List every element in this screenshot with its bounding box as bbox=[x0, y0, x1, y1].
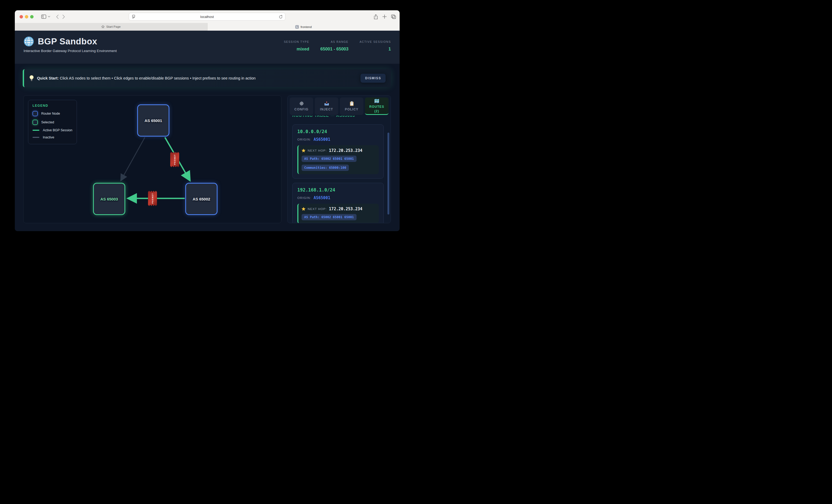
sidebar-icon bbox=[41, 15, 46, 19]
tab-inject[interactable]: INJECT bbox=[315, 98, 338, 115]
communities-chip: Communities: 65000:100 bbox=[302, 164, 349, 171]
tab-frontend[interactable]: L frontend bbox=[207, 23, 400, 31]
url-text: localhost bbox=[135, 15, 279, 19]
tab-routes[interactable]: ROUTES (2) bbox=[365, 98, 389, 115]
route-card: 10.0.0.0/24 ORIGIN: AS65001 NEXT HOP: 17… bbox=[292, 125, 384, 179]
share-button[interactable] bbox=[374, 14, 378, 19]
back-icon bbox=[56, 15, 59, 19]
next-hop-label: NEXT HOP: bbox=[308, 207, 327, 211]
route-prefix: 10.0.0.0/24 bbox=[297, 129, 379, 134]
topology-canvas: LEGEND Router Node Selected Active BGP S… bbox=[23, 95, 282, 223]
new-tab-button[interactable] bbox=[383, 15, 387, 19]
tab-policy[interactable]: POLICY bbox=[340, 98, 363, 115]
inactive-session-swatch bbox=[32, 137, 40, 138]
packet-animation: PACKET bbox=[170, 152, 179, 167]
quick-start-text: Quick Start: Click AS nodes to select th… bbox=[37, 76, 256, 80]
quick-start-banner: Quick Start: Click AS nodes to select th… bbox=[23, 69, 391, 87]
best-path-star-icon bbox=[302, 207, 306, 211]
node-as65001[interactable]: AS 65001 bbox=[137, 104, 170, 137]
inject-icon bbox=[324, 101, 329, 106]
reload-button[interactable] bbox=[279, 15, 283, 19]
as-path-chip: AS Path: 65002 65001 65001 bbox=[302, 214, 357, 220]
node-as65003[interactable]: AS 65003 bbox=[93, 183, 125, 215]
origin-label: ORIGIN: bbox=[297, 138, 311, 141]
packet-animation: PACKET bbox=[148, 191, 157, 206]
clipboard-icon bbox=[350, 101, 354, 106]
legend-item-selected: Selected bbox=[32, 120, 72, 125]
as-path-chip: AS Path: 65002 65001 65001 bbox=[302, 156, 357, 162]
lightbulb-icon bbox=[29, 75, 34, 81]
reader-button[interactable] bbox=[132, 15, 135, 19]
tab-start-page[interactable]: Start Page bbox=[15, 23, 207, 31]
stat-active-sessions: ACTIVE SESSIONS 1 bbox=[359, 40, 391, 52]
dismiss-button[interactable]: DISMISS bbox=[361, 74, 386, 83]
legend-title: LEGEND bbox=[32, 104, 72, 107]
legend-item-active-session: Active BGP Session bbox=[32, 128, 72, 132]
next-hop-value: 172.20.253.234 bbox=[329, 207, 362, 211]
address-bar[interactable]: localhost bbox=[129, 13, 285, 21]
tab-overview-icon bbox=[391, 15, 396, 19]
app-header: BGP Sandbox Interactive Border Gateway P… bbox=[15, 31, 399, 64]
star-outline-icon bbox=[101, 25, 105, 29]
best-path-entry: NEXT HOP: 172.20.253.234 AS Path: 65002 … bbox=[297, 145, 379, 174]
route-card: 192.168.1.0/24 ORIGIN: AS65001 NEXT HOP:… bbox=[292, 183, 384, 223]
stat-session-type: SESSION TYPE mixed bbox=[284, 40, 309, 52]
browser-tabbar: Start Page L frontend bbox=[15, 23, 399, 31]
next-hop-label: NEXT HOP: bbox=[308, 149, 327, 152]
new-tab-icon bbox=[383, 15, 387, 19]
route-prefix: 192.168.1.0/24 bbox=[297, 187, 379, 192]
globe-icon bbox=[23, 36, 34, 47]
routes-scrollbar[interactable] bbox=[387, 133, 389, 214]
share-icon bbox=[374, 14, 378, 19]
forward-button[interactable] bbox=[62, 15, 65, 19]
node-as65002[interactable]: AS 65002 bbox=[185, 183, 217, 215]
best-path-star-icon bbox=[302, 149, 306, 152]
page-title: BGP Sandbox bbox=[38, 36, 97, 47]
stat-as-range: AS RANGE 65001 - 65003 bbox=[320, 40, 348, 52]
forward-icon bbox=[62, 15, 65, 19]
sidebar-toggle-button[interactable] bbox=[41, 15, 46, 19]
tab-config[interactable]: CONFIG bbox=[290, 98, 313, 115]
bgp-sandbox-page: BGP Sandbox Interactive Border Gateway P… bbox=[15, 31, 399, 231]
sidebar-menu-chevron[interactable] bbox=[48, 16, 50, 18]
tab-label: frontend bbox=[301, 25, 312, 29]
selected-node-swatch bbox=[32, 120, 38, 125]
legend-item-inactive: Inactive bbox=[32, 135, 72, 139]
reload-icon bbox=[279, 15, 283, 19]
edge-as65001-as65003-inactive[interactable] bbox=[121, 137, 145, 181]
origin-label: ORIGIN: bbox=[297, 196, 311, 200]
legend-item-router-node: Router Node bbox=[32, 111, 72, 116]
map-icon bbox=[374, 99, 379, 103]
browser-titlebar: localhost bbox=[15, 10, 399, 23]
header-stats: SESSION TYPE mixed AS RANGE 65001 - 6500… bbox=[284, 40, 391, 52]
tab-overview-button[interactable] bbox=[391, 15, 396, 19]
zoom-window-button[interactable] bbox=[30, 15, 33, 19]
origin-value: AS65001 bbox=[314, 195, 330, 200]
panel-tabs: CONFIG INJECT bbox=[288, 96, 391, 116]
best-path-entry: NEXT HOP: 172.20.253.234 AS Path: 65002 … bbox=[297, 204, 379, 223]
minimize-window-button[interactable] bbox=[25, 15, 28, 19]
legend-panel: LEGEND Router Node Selected Active BGP S… bbox=[28, 100, 77, 144]
routing-table-heading: ROUTING TABLE — AS65003 bbox=[292, 116, 391, 117]
routes-count: (2) bbox=[374, 109, 379, 113]
gear-icon bbox=[299, 101, 304, 106]
close-window-button[interactable] bbox=[20, 15, 23, 19]
tab-label: Start Page bbox=[106, 25, 121, 28]
chevron-down-icon bbox=[48, 16, 50, 18]
origin-value: AS65001 bbox=[314, 137, 330, 142]
reader-icon bbox=[132, 15, 135, 19]
control-panel: CONFIG INJECT bbox=[287, 95, 391, 223]
frontend-favicon: L bbox=[295, 25, 299, 29]
routes-panel-content: ROUTING TABLE — AS65003 10.0.0.0/24 ORIG… bbox=[288, 116, 391, 223]
active-session-swatch bbox=[32, 130, 40, 131]
router-node-swatch bbox=[32, 111, 38, 116]
browser-window: localhost Start Page L frontend bbox=[15, 10, 399, 231]
back-button[interactable] bbox=[56, 15, 59, 19]
next-hop-value: 172.20.253.234 bbox=[329, 148, 362, 153]
